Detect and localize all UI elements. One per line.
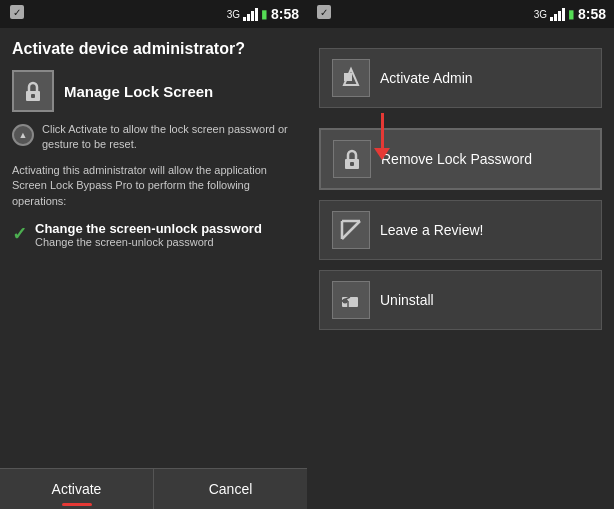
svg-rect-7 xyxy=(344,73,352,81)
manage-lock-title: Manage Lock Screen xyxy=(64,83,213,100)
arrow-head xyxy=(374,148,390,160)
manage-lock-row: Manage Lock Screen xyxy=(12,70,295,112)
menu-item-uninstall[interactable]: Uninstall xyxy=(319,270,602,330)
svg-line-10 xyxy=(342,221,360,239)
change-password-row: ✓ Change the screen-unlock password Chan… xyxy=(12,221,295,248)
right-panel: ✓ 3G ▮ 8:58 Activate Admin xyxy=(307,0,614,509)
svg-text:✓: ✓ xyxy=(320,7,328,18)
activate-button[interactable]: Activate xyxy=(0,469,154,509)
menu-item-review[interactable]: Leave a Review! xyxy=(319,200,602,260)
activate-admin-label: Activate Admin xyxy=(380,70,473,86)
remove-lock-icon-box xyxy=(333,140,371,178)
status-icons-group-left: 3G ▮ 8:58 xyxy=(227,6,299,22)
data-icon-right: 3G xyxy=(534,9,547,20)
status-bar-right: ✓ 3G ▮ 8:58 xyxy=(307,0,614,28)
arrow-shaft xyxy=(381,113,384,148)
dialog-title: Activate device administrator? xyxy=(12,40,295,58)
svg-rect-3 xyxy=(31,94,35,98)
menu-item-remove-lock[interactable]: Remove Lock Password xyxy=(319,128,602,190)
cancel-button[interactable]: Cancel xyxy=(154,469,307,509)
bottom-buttons: Activate Cancel xyxy=(0,468,307,509)
notification-icon: ✓ xyxy=(8,3,26,25)
battery-icon-left: ▮ xyxy=(261,7,268,21)
signal-bars-left xyxy=(243,7,258,21)
signal-bars-right xyxy=(550,7,565,21)
activate-admin-icon-box xyxy=(332,59,370,97)
data-icon: 3G xyxy=(227,9,240,20)
menu-item-activate-admin[interactable]: Activate Admin xyxy=(319,48,602,108)
lock-icon-box xyxy=(12,70,54,112)
circle-icon: ▲ xyxy=(12,124,34,146)
remove-lock-label: Remove Lock Password xyxy=(381,151,532,167)
status-bar-left: ✓ 3G ▮ 8:58 xyxy=(0,0,307,28)
change-password-sub: Change the screen-unlock password xyxy=(35,236,262,248)
svg-point-17 xyxy=(343,299,348,304)
svg-rect-9 xyxy=(350,162,354,166)
activating-desc: Activating this administrator will allow… xyxy=(12,163,295,209)
change-password-title: Change the screen-unlock password xyxy=(35,221,262,236)
left-panel: ✓ 3G ▮ 8:58 Activate device administrato… xyxy=(0,0,307,509)
uninstall-label: Uninstall xyxy=(380,292,434,308)
click-activate-text: Click Activate to allow the lock screen … xyxy=(42,122,295,153)
battery-icon-right: ▮ xyxy=(568,7,575,21)
click-activate-row: ▲ Click Activate to allow the lock scree… xyxy=(12,122,295,153)
review-label: Leave a Review! xyxy=(380,222,484,238)
uninstall-icon-box xyxy=(332,281,370,319)
change-password-content: Change the screen-unlock password Change… xyxy=(35,221,262,248)
right-content: Activate Admin Remove Lock Password xyxy=(307,28,614,509)
notification-icon-right: ✓ xyxy=(315,3,333,25)
status-time-right: 8:58 xyxy=(578,6,606,22)
svg-text:✓: ✓ xyxy=(13,7,21,18)
review-icon-box xyxy=(332,211,370,249)
green-check-icon: ✓ xyxy=(12,223,27,245)
red-arrow xyxy=(374,113,390,160)
status-icons-group-right: 3G ▮ 8:58 xyxy=(534,6,606,22)
status-time-left: 8:58 xyxy=(271,6,299,22)
left-content: Activate device administrator? Manage Lo… xyxy=(0,28,307,468)
